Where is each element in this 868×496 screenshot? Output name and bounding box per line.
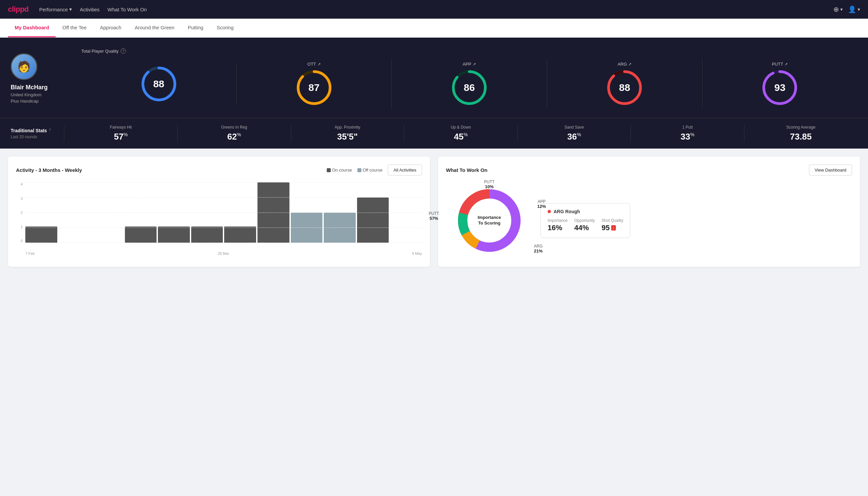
detail-card-title: ARG Rough [548,209,623,214]
traditional-stats: Traditional Stats ? Last 20 rounds Fairw… [0,118,868,149]
bar-group-11 [357,182,389,243]
view-dashboard-button[interactable]: View Dashboard [809,165,852,175]
quality-label: Total Player Quality ? [81,48,857,53]
y-label-3: 3 [16,197,23,201]
player-info: 🧑 Blair McHarg United Kingdom Plus Handi… [11,53,70,104]
work-on-card: What To Work On View Dashboard Impo [438,157,860,267]
help-icon[interactable]: ? [121,48,126,53]
stat-fairways-hit: Fairways Hit 57% [64,125,177,142]
tab-off-the-tee[interactable]: Off the Tee [56,19,93,37]
tab-putting[interactable]: Putting [181,19,210,37]
app-label: APP ↗ [463,62,476,67]
detail-metrics: Importance 16% Opportunity 44% Shot Qual… [548,218,623,232]
bars [25,182,422,243]
work-on-card-title: What To Work On [446,167,487,173]
chevron-down-icon: ▾ [69,6,72,12]
x-label-mar: 28 Mar [218,251,229,255]
bar-on-8 [257,182,289,243]
nav-activities[interactable]: Activities [80,7,99,12]
bar-on-6 [191,227,223,243]
detail-metric-shot-quality: Shot Quality 95 ↓ [601,218,623,232]
trad-sublabel: Last 20 rounds [11,135,64,139]
stat-value-1putt: 33% [680,131,694,142]
nav-what-to-work-on[interactable]: What To Work On [108,7,147,12]
donut-chart: Importance To Scoring PUTT 10% APP 12% A… [446,182,533,259]
circle-value-main: 88 [153,78,164,90]
y-label-2: 2 [16,211,23,215]
detail-dot [548,210,551,213]
x-labels: 7 Feb 28 Mar 9 May [25,251,422,255]
stat-value-greens: 62% [227,131,241,142]
app-logo[interactable]: clippd [8,5,29,14]
stat-up-down: Up & Down 45% [404,125,517,142]
stat-sand-save: Sand Save 36% [517,125,631,142]
add-button[interactable]: ⊕ ▾ [833,5,843,13]
circle-main: 88 [141,66,177,102]
putt-label: PUTT ↗ [772,62,788,67]
user-menu-button[interactable]: 👤 ▾ [848,5,860,13]
stat-value-updown: 45% [454,131,468,142]
stat-name-fairways: Fairways Hit [110,125,132,129]
trad-label: Traditional Stats ? [11,128,64,133]
stat-value-scoring: 73.85 [790,131,812,142]
all-activities-button[interactable]: All Activities [388,165,422,175]
tab-my-dashboard[interactable]: My Dashboard [8,19,56,37]
detail-card: ARG Rough Importance 16% Opportunity 44%… [541,203,630,238]
top-navigation: clippd Performance ▾ Activities What To … [0,0,868,19]
bottom-section: Activity - 3 Months - Weekly On course O… [0,149,868,275]
app-donut-label: APP 12% [537,199,546,209]
player-country: United Kingdom [11,92,42,97]
player-name: Blair McHarg [11,84,48,91]
quality-circle-app: APP ↗ 86 [392,59,547,109]
bar-on-7 [224,227,256,243]
stat-app-proximity: App. Proximity 35'5" [291,125,404,142]
circle-putt: 93 [761,69,798,106]
activity-card: Activity - 3 Months - Weekly On course O… [8,157,430,267]
putt-donut-label: PUTT 57% [429,211,439,221]
tab-around-the-green[interactable]: Around the Green [128,19,181,37]
bars-area [25,182,422,250]
circle-arg: 88 [606,69,643,106]
on-course-dot [327,168,331,172]
trad-label-section: Traditional Stats ? Last 20 rounds [11,128,64,139]
stat-greens-in-reg: Greens In Reg 62% [177,125,290,142]
stat-value-sandsave: 36% [567,131,581,142]
circle-value-arg: 88 [619,82,630,93]
x-label-may: 9 May [412,251,422,255]
stat-value-proximity: 35'5" [337,131,358,142]
bar-group-9 [291,182,323,243]
work-on-content: Importance To Scoring PUTT 10% APP 12% A… [446,182,852,259]
avatar: 🧑 [11,53,37,80]
stat-name-sandsave: Sand Save [564,125,584,129]
quality-circle-ott: OTT ↗ 87 [236,59,392,109]
y-axis: 4 3 2 1 0 [16,182,23,250]
stat-name-updown: Up & Down [451,125,471,129]
stat-name-greens: Greens In Reg [221,125,247,129]
off-course-dot [358,168,361,172]
tab-scoring[interactable]: Scoring [210,19,240,37]
trad-help-icon[interactable]: ? [49,128,53,133]
bar-group-1 [25,182,57,243]
detail-metric-importance: Importance 16% [548,218,568,232]
stat-1putt: 1 Putt 33% [631,125,744,142]
nav-links: Performance ▾ Activities What To Work On [39,6,823,12]
tab-bar: My Dashboard Off the Tee Approach Around… [0,19,868,37]
circle-value-putt: 93 [774,82,785,93]
work-on-card-header: What To Work On View Dashboard [446,165,852,175]
bar-group-5 [158,182,190,243]
circle-value-app: 86 [464,82,475,93]
quality-circles: 88 OTT ↗ 87 [81,59,857,109]
circle-app: 86 [451,69,488,106]
stat-value-fairways: 57% [114,131,128,142]
legend-off-course: Off course [358,168,383,173]
detail-metric-opportunity: Opportunity 44% [574,218,595,232]
quality-circle-arg: ARG ↗ 88 [547,59,703,109]
legend-on-course: On course [327,168,352,173]
tab-approach[interactable]: Approach [93,19,128,37]
stat-items: Fairways Hit 57% Greens In Reg 62% App. … [64,125,857,142]
putt-arrow-icon: ↗ [784,62,788,67]
circle-value-ott: 87 [309,82,319,93]
arg-arrow-icon: ↗ [628,62,632,67]
stat-name-scoring: Scoring Average [786,125,815,129]
nav-performance[interactable]: Performance ▾ [39,6,72,12]
